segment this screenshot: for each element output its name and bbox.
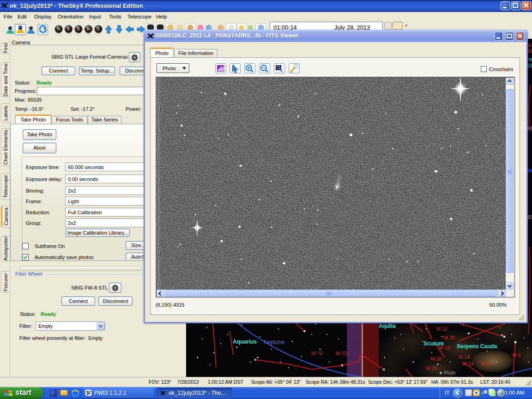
svg-text:W: W: [86, 27, 91, 31]
svg-text:N: N: [57, 27, 60, 31]
svg-text:E: E: [67, 27, 70, 31]
svg-text:S: S: [77, 27, 80, 31]
svg-text:Z: Z: [97, 27, 100, 31]
